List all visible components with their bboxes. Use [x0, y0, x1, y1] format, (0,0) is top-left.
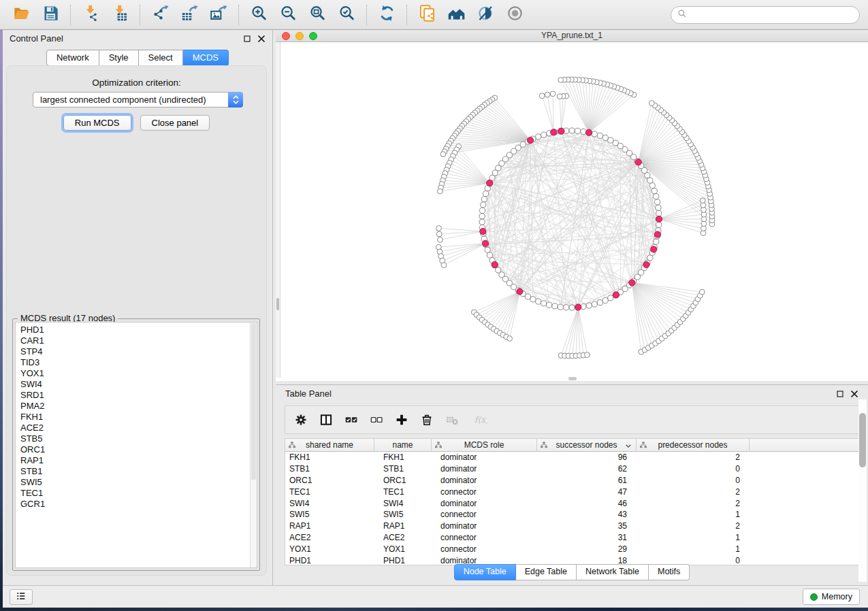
select-all-columns-icon[interactable]: [344, 412, 359, 427]
cell-successor_nodes: 43: [537, 510, 637, 519]
task-history-button[interactable]: [10, 589, 33, 605]
close-window-icon[interactable]: [282, 32, 290, 40]
memory-button[interactable]: Memory: [803, 589, 860, 605]
right-column: YPA_prune.txt_1 Table Panel f(x): [274, 30, 868, 585]
search-icon: [677, 9, 687, 21]
graphics-details-button[interactable]: [474, 3, 497, 27]
network-graph[interactable]: [276, 42, 868, 381]
run-mcds-button[interactable]: Run MCDS: [63, 115, 131, 131]
column-header-name[interactable]: name: [374, 439, 432, 451]
sort-desc-icon: [625, 442, 632, 448]
close-table-panel-icon[interactable]: [850, 389, 858, 401]
column-label: predecessor nodes: [658, 440, 727, 450]
cell-shared_name: RAP1: [285, 521, 374, 531]
add-column-icon[interactable]: [394, 412, 409, 427]
delete-column-icon[interactable]: [419, 412, 434, 427]
mcds-result-item[interactable]: STB5: [20, 433, 246, 444]
mcds-result-item[interactable]: TID3: [20, 357, 246, 368]
column-header-predecessor-nodes[interactable]: predecessor nodes: [637, 439, 750, 451]
mcds-result-item[interactable]: SWI4: [20, 379, 246, 390]
criterion-dropdown[interactable]: largest connected component (undirected): [33, 92, 243, 108]
cell-shared_name: STB1: [285, 464, 374, 474]
tab-style[interactable]: Style: [99, 50, 139, 66]
table-row[interactable]: TEC1TEC1connector472: [285, 486, 858, 497]
save-session-button[interactable]: [39, 3, 62, 27]
zoom-in-button[interactable]: [247, 3, 270, 27]
table-row[interactable]: FKH1FKH1dominator962: [285, 452, 858, 463]
cell-successor_nodes: 29: [537, 544, 637, 554]
table-settings-icon[interactable]: [293, 412, 308, 427]
tab-motifs[interactable]: Motifs: [649, 564, 690, 580]
home-networks-button[interactable]: [445, 3, 468, 27]
tab-select[interactable]: Select: [139, 50, 183, 66]
table-panel-title: Table Panel: [285, 389, 332, 399]
table-row[interactable]: RAP1RAP1dominator352: [285, 521, 858, 532]
float-table-panel-icon[interactable]: [836, 389, 844, 401]
mcds-result-item[interactable]: YOX1: [20, 368, 246, 379]
export-network-button[interactable]: [148, 3, 172, 27]
mcds-result-item[interactable]: PMA2: [20, 401, 246, 412]
network-horizontal-scrollbar[interactable]: [568, 377, 577, 380]
tab-network[interactable]: Network: [46, 50, 99, 66]
close-panel-button[interactable]: Close panel: [140, 115, 210, 131]
import-network-icon: [82, 4, 100, 25]
mcds-result-item[interactable]: TEC1: [20, 488, 246, 499]
table-row[interactable]: STB1STB1dominator620: [285, 463, 858, 475]
mcds-result-item[interactable]: PHD1: [20, 325, 246, 335]
tab-mcds[interactable]: MCDS: [183, 50, 229, 66]
minimize-window-icon[interactable]: [295, 32, 304, 40]
close-panel-icon[interactable]: [257, 33, 266, 46]
save-session-icon: [42, 4, 60, 25]
result-list-scrollbar[interactable]: [250, 323, 257, 567]
column-header-shared-name[interactable]: shared name: [285, 439, 374, 451]
table-row[interactable]: SWI5SWI5connector431: [285, 509, 858, 521]
mcds-result-item[interactable]: SRD1: [20, 390, 246, 401]
mcds-result-item[interactable]: STB1: [20, 466, 246, 477]
cell-shared_name: SWI4: [285, 499, 374, 508]
table-panel-tabs: Node TableEdge TableNetwork TableMotifs: [276, 564, 868, 580]
network-canvas[interactable]: [276, 42, 868, 381]
table-row[interactable]: ACE2ACE2connector311: [285, 532, 858, 544]
mcds-result-item[interactable]: ORC1: [20, 444, 246, 455]
table-scrollbar[interactable]: [858, 399, 867, 582]
mcds-result-item[interactable]: GCR1: [20, 499, 246, 510]
import-table-icon: [111, 4, 129, 25]
table-row[interactable]: SWI4SWI4dominator462: [285, 497, 858, 509]
maximize-window-icon[interactable]: [309, 32, 317, 40]
zoom-fit-button[interactable]: [306, 3, 329, 27]
mcds-result-item[interactable]: STP4: [20, 346, 246, 357]
show-details-eye-button[interactable]: [503, 3, 526, 27]
mcds-result-item[interactable]: RAP1: [20, 455, 246, 466]
zoom-selected-button[interactable]: [335, 3, 358, 27]
open-session-button[interactable]: [10, 3, 33, 27]
mcds-result-item[interactable]: FKH1: [20, 412, 246, 423]
search-box[interactable]: [671, 6, 860, 24]
mcds-result-item[interactable]: CAR1: [20, 335, 246, 346]
show-columns-icon[interactable]: [319, 412, 334, 427]
export-image-button[interactable]: [207, 3, 230, 27]
column-header-successor-nodes[interactable]: successor nodes: [537, 439, 637, 451]
mcds-result-item[interactable]: SWI5: [20, 477, 246, 488]
cell-mcds_role: connector: [432, 510, 537, 519]
column-header-MCDS-role[interactable]: MCDS role: [432, 439, 537, 451]
network-vertical-scrollbar[interactable]: [276, 42, 280, 378]
cell-mcds_role: dominator: [432, 476, 537, 485]
deselect-all-columns-icon[interactable]: [369, 412, 384, 427]
mcds-result-item[interactable]: ACE2: [20, 423, 246, 433]
table-row[interactable]: ORC1ORC1dominator610: [285, 475, 858, 486]
tab-node-table[interactable]: Node Table: [454, 564, 516, 580]
import-table-button[interactable]: [108, 3, 131, 27]
toolbar-separator: [140, 5, 140, 25]
table-row[interactable]: YOX1YOX1connector291: [285, 543, 858, 555]
toolbar-separator: [238, 5, 239, 25]
import-network-button[interactable]: [79, 3, 102, 27]
tab-edge-table[interactable]: Edge Table: [516, 564, 577, 580]
copy-network-button[interactable]: [415, 3, 438, 27]
float-panel-icon[interactable]: [243, 33, 251, 46]
export-table-button[interactable]: [178, 3, 201, 27]
zoom-out-button[interactable]: [276, 3, 300, 27]
refresh-layout-button[interactable]: [375, 3, 398, 27]
dropdown-stepper-icon: [228, 92, 243, 108]
search-input[interactable]: [691, 10, 853, 20]
tab-network-table[interactable]: Network Table: [577, 564, 649, 580]
